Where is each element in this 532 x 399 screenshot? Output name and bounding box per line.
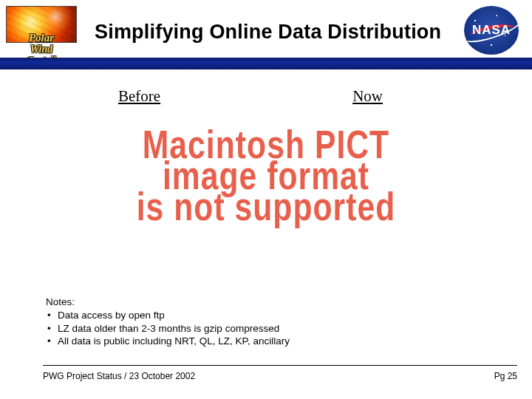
pwg-line1: Polar	[16, 33, 67, 44]
notes-item: All data is public including NRT, QL, LZ…	[47, 335, 290, 347]
notes-list: Data access by open ftp LZ data older th…	[46, 309, 290, 347]
notes-item: LZ data older than 2-3 months is gzip co…	[47, 322, 290, 335]
footer-left: PWG Project Status / 23 October 2002	[43, 371, 195, 381]
notes-heading: Notes:	[46, 296, 290, 308]
column-before-label: Before	[118, 87, 160, 106]
nasa-text: NASA	[461, 4, 522, 56]
footer-right: Pg 25	[494, 371, 517, 381]
footer-divider	[43, 365, 517, 366]
pwg-line2: Wind	[16, 44, 67, 55]
pwg-logo: Polar Wind Geotail	[6, 6, 77, 64]
column-now-label: Now	[352, 87, 383, 106]
slide-footer: PWG Project Status / 23 October 2002 Pg …	[43, 371, 517, 381]
notes-item: Data access by open ftp	[47, 309, 290, 321]
header-divider-bar	[0, 58, 532, 69]
nasa-logo: NASA	[461, 4, 522, 56]
column-headers: Before Now	[0, 87, 532, 106]
image-placeholder: Macintosh PICT image format is not suppo…	[0, 130, 532, 222]
slide-header: Polar Wind Geotail Simplifying Online Da…	[0, 0, 532, 70]
placeholder-line3: is not supported	[0, 187, 532, 228]
slide-title: Simplifying Online Data Distribution	[95, 21, 441, 44]
notes-block: Notes: Data access by open ftp LZ data o…	[46, 296, 290, 347]
